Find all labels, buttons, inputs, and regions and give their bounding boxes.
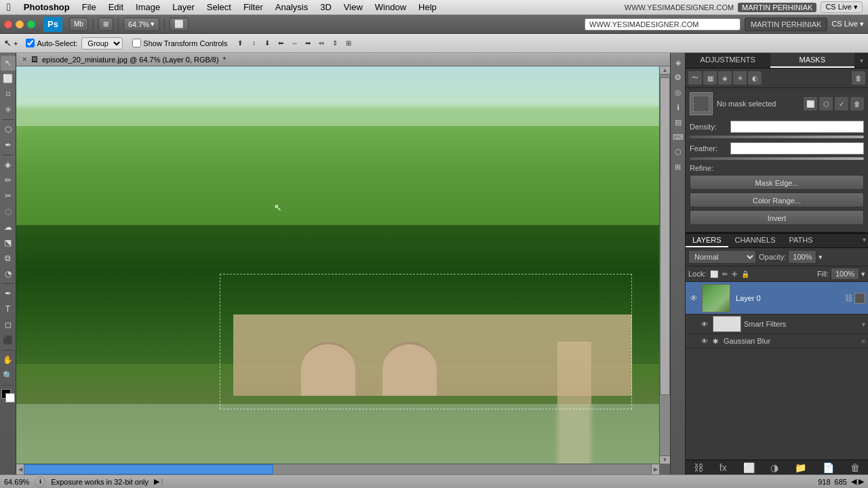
move-tool[interactable]: ↖ <box>1 56 16 70</box>
eyedropper-tool[interactable]: ✒ <box>1 138 16 152</box>
layer-link-chain-0[interactable]: ⛓ <box>845 293 853 303</box>
menu-edit[interactable]: Edit <box>102 0 130 14</box>
screen-mode-button[interactable]: ⬜ <box>170 18 189 31</box>
panel-collapse-arrow[interactable]: ▾ <box>854 53 868 68</box>
menu-analysis[interactable]: Analysis <box>269 0 314 14</box>
crop-tool[interactable]: ⬡ <box>1 122 16 137</box>
color-range-button[interactable]: Color Range... <box>690 192 864 207</box>
adj-icon-brightness[interactable]: ☀ <box>733 71 747 85</box>
auto-select-check[interactable]: Auto-Select: <box>26 39 77 47</box>
window-controls[interactable] <box>4 20 35 28</box>
side-icon-6[interactable]: ⌨ <box>671 130 685 144</box>
close-button[interactable] <box>4 20 12 28</box>
scrollbar-left-arrow[interactable]: ◀ <box>16 464 24 474</box>
add-style-btn[interactable]: fx <box>717 462 730 473</box>
side-icon-2[interactable]: ❂ <box>671 70 685 84</box>
fill-input[interactable] <box>831 268 859 280</box>
menu-select[interactable]: Select <box>201 0 237 14</box>
lock-image-icon[interactable]: ✏ <box>722 270 728 278</box>
side-icon-4[interactable]: ℹ <box>671 100 685 114</box>
adj-icon-curves[interactable]: 〜 <box>688 71 702 85</box>
vertical-scrollbar[interactable]: ▲ ▼ <box>659 66 670 464</box>
arrange-button[interactable]: ⊞ <box>98 18 113 31</box>
dodge-tool[interactable]: ◔ <box>1 266 16 281</box>
gaussian-blur-settings[interactable]: ≡ <box>861 338 865 345</box>
maximize-button[interactable] <box>27 20 35 28</box>
menu-3d[interactable]: 3D <box>314 0 338 14</box>
clone-stamp-tool[interactable]: ✂ <box>1 188 16 203</box>
mask-apply-icon[interactable]: ✓ <box>835 97 848 110</box>
scrollbar-right-arrow[interactable]: ▶ <box>651 464 659 474</box>
menu-image[interactable]: Image <box>130 0 166 14</box>
gaussian-blur-visibility[interactable]: 👁 <box>699 336 710 346</box>
canvas[interactable]: ↖ <box>16 66 659 464</box>
status-info-icon[interactable]: ℹ <box>35 476 45 487</box>
menu-photoshop[interactable]: Photoshop <box>18 0 76 14</box>
marquee-tool[interactable]: ⬜ <box>1 71 16 86</box>
blur-tool[interactable]: ⧉ <box>1 251 16 266</box>
link-layers-btn[interactable]: ⛓ <box>691 462 706 473</box>
hand-tool[interactable]: ✋ <box>1 352 16 367</box>
opacity-input[interactable] <box>788 250 816 264</box>
gaussian-blur-row[interactable]: 👁 ✱ Gaussian Blur ≡ <box>686 334 868 348</box>
transform-controls-check[interactable]: Show Transform Controls <box>132 39 227 47</box>
brush-tool[interactable]: ✏ <box>1 173 16 188</box>
align-right-icon[interactable]: ➡ <box>302 37 314 49</box>
mask-vector-icon[interactable]: ⬡ <box>819 97 833 110</box>
tab-paths[interactable]: PATHS <box>783 234 820 247</box>
eraser-tool[interactable]: ☁ <box>1 220 16 235</box>
magic-wand-tool[interactable]: ✳ <box>1 102 16 117</box>
menu-help[interactable]: Help <box>412 0 443 14</box>
lasso-tool[interactable]: ⌑ <box>1 87 16 102</box>
document-tab[interactable]: ✕ 🖼 episode_20_miniature.jpg @ 64.7% (La… <box>16 53 670 66</box>
new-adj-layer-btn[interactable]: ◑ <box>768 462 781 473</box>
density-slider[interactable] <box>690 136 864 138</box>
layer-visibility-toggle-0[interactable]: 👁 <box>688 293 699 304</box>
tab-masks[interactable]: MASKS <box>770 53 855 68</box>
mode-button[interactable]: Mb <box>69 18 88 31</box>
side-icon-3[interactable]: ◎ <box>671 85 685 99</box>
minimize-button[interactable] <box>16 20 24 28</box>
cs-live-toolbar-btn[interactable]: CS Live ▾ <box>831 20 864 28</box>
align-horiz-icon[interactable]: ↔ <box>288 37 300 49</box>
menu-layer[interactable]: Layer <box>166 0 201 14</box>
adj-icon-delete[interactable]: 🗑 <box>852 71 865 85</box>
v-scroll-thumb[interactable] <box>660 77 670 395</box>
apple-menu[interactable]:  <box>0 1 18 14</box>
side-icon-7[interactable]: ⬡ <box>671 145 685 159</box>
text-tool[interactable]: T <box>1 302 16 317</box>
fill-arrow[interactable]: ▾ <box>861 270 865 279</box>
smart-filters-expand[interactable]: ▾ <box>862 321 865 328</box>
healing-brush-tool[interactable]: ◈ <box>1 157 16 172</box>
tab-adjustments[interactable]: ADJUSTMENTS <box>686 53 770 68</box>
blend-mode-select[interactable]: Normal <box>688 250 756 264</box>
opacity-arrow[interactable]: ▾ <box>818 253 823 262</box>
feather-slider[interactable] <box>690 157 864 160</box>
horizontal-scrollbar[interactable]: ◀ ▶ <box>16 464 659 474</box>
auto-select-checkbox[interactable] <box>26 39 35 47</box>
dist-vert-icon[interactable]: ⇕ <box>329 37 341 49</box>
dist-horiz-icon[interactable]: ⇔ <box>315 37 328 49</box>
layers-panel-collapse[interactable]: ▾ <box>861 234 868 247</box>
invert-button[interactable]: Invert <box>690 210 864 225</box>
dist-edge-icon[interactable]: ⊞ <box>342 37 355 49</box>
menu-file[interactable]: File <box>76 0 102 14</box>
cs-live-btn[interactable]: CS Live ▾ <box>821 1 863 13</box>
zoom-control[interactable]: 64.7% ▾ <box>123 18 159 31</box>
density-input[interactable] <box>730 121 864 133</box>
scrollbar-down-arrow[interactable]: ▼ <box>660 455 670 464</box>
menu-filter[interactable]: Filter <box>237 0 269 14</box>
user-login-btn[interactable]: MARTIN PERHINIAK <box>745 18 827 31</box>
tab-layers[interactable]: LAYERS <box>686 234 728 247</box>
adj-icon-hue[interactable]: ◈ <box>718 71 732 85</box>
lock-all-icon[interactable]: 🔒 <box>741 270 749 278</box>
new-layer-btn[interactable]: 📄 <box>820 462 837 473</box>
auto-select-dropdown[interactable]: Group <box>81 37 123 49</box>
scrollbar-up-arrow[interactable]: ▲ <box>660 66 670 75</box>
align-bottom-icon[interactable]: ⬇ <box>261 37 273 49</box>
foreground-color-swatch[interactable] <box>1 389 15 403</box>
mask-pixel-icon[interactable]: ⬜ <box>804 97 817 110</box>
side-icon-1[interactable]: ◈ <box>671 56 685 69</box>
zoom-tool[interactable]: 🔍 <box>1 368 16 383</box>
align-left-icon[interactable]: ⬅ <box>275 37 287 49</box>
